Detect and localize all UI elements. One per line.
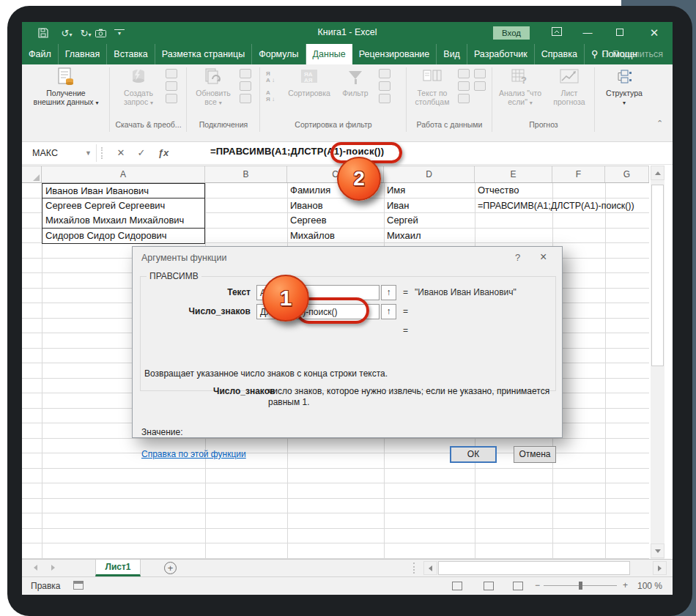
- vertical-scroll-thumb[interactable]: [651, 185, 664, 366]
- cell-C2[interactable]: Иванов: [287, 198, 384, 214]
- new-sheet-icon[interactable]: +: [164, 562, 177, 574]
- sort-desc-icon: АЯ ↓: [266, 89, 275, 103]
- cell-D1[interactable]: Имя: [384, 183, 475, 198]
- cell-A2[interactable]: Сергеев Сергей Сергеевич: [42, 198, 205, 214]
- page-layout-view-icon[interactable]: [484, 582, 494, 590]
- arg2-collapse-icon[interactable]: ↑: [381, 304, 396, 319]
- forecast-sheet-button: Лист прогноза: [548, 66, 591, 106]
- cell-D3[interactable]: Сергей: [384, 213, 475, 229]
- select-all-corner[interactable]: [22, 166, 42, 182]
- column-header-B[interactable]: B: [205, 166, 287, 182]
- scroll-up-icon[interactable]: [651, 166, 664, 180]
- column-header-A[interactable]: A: [42, 166, 205, 182]
- collapse-ribbon-icon[interactable]: ⌃: [656, 119, 663, 128]
- svg-text:АЯ: АЯ: [304, 77, 313, 84]
- scroll-right-icon[interactable]: [653, 561, 667, 575]
- flash-fill-icon: [458, 69, 470, 78]
- cell-E1[interactable]: Отчество: [475, 183, 552, 198]
- group-sort-filter: ЯА ↓ АЯ ↓ ЯААЯ Сортировка Фильтр: [260, 64, 407, 138]
- cell-A1[interactable]: Иванов Иван Иванович: [42, 183, 205, 198]
- gridline: [605, 183, 606, 559]
- tab-file[interactable]: Файл: [22, 44, 59, 64]
- sheet-nav-left-icon[interactable]: [34, 565, 37, 571]
- cell-A4[interactable]: Сидоров Сидор Сидорович: [42, 229, 205, 244]
- edit-links-icon: [240, 94, 251, 103]
- sort-asc-icon: ЯА ↓: [266, 70, 275, 84]
- macro-record-icon[interactable]: [73, 581, 84, 590]
- tab-page-layout[interactable]: Разметка страницы: [155, 44, 252, 64]
- get-external-data-button[interactable]: Получение внешних данных ▾: [29, 66, 103, 108]
- recent-sources-icon: [166, 94, 177, 103]
- ribbon-display-options-icon[interactable]: [542, 22, 571, 44]
- param-name: Число_знаков: [213, 386, 262, 396]
- tab-help[interactable]: Справка: [535, 44, 585, 64]
- arg2-label: Число_знаков: [141, 306, 251, 316]
- cancel-button[interactable]: Отмена: [514, 446, 556, 463]
- structure-button[interactable]: Структура ▾: [599, 66, 649, 108]
- column-header-D[interactable]: D: [384, 166, 475, 182]
- scroll-left-icon[interactable]: [423, 561, 437, 575]
- function-help-link[interactable]: Справка по этой функции: [141, 449, 246, 459]
- text-to-columns-icon: [421, 67, 443, 87]
- data-tools-icons-col2: [474, 69, 486, 91]
- column-header-G[interactable]: G: [605, 166, 649, 182]
- value-label: Значение:: [141, 427, 183, 437]
- vertical-scrollbar[interactable]: [651, 166, 664, 559]
- remove-duplicates-icon: [458, 81, 470, 91]
- arg1-result: "Иванов Иван Иванович": [415, 287, 517, 297]
- zoom-slider-thumb[interactable]: [579, 582, 582, 590]
- sheet-tab-active[interactable]: Лист1: [95, 560, 141, 576]
- ribbon-tab-bar: Файл Главная Вставка Разметка страницы Ф…: [22, 44, 673, 64]
- show-queries-icon: [166, 69, 177, 78]
- svg-text:?: ?: [521, 75, 527, 85]
- cell-C4[interactable]: Михайлов: [287, 229, 384, 244]
- dialog-close-icon[interactable]: ×: [540, 251, 547, 264]
- tab-formulas[interactable]: Формулы: [252, 44, 306, 64]
- scrollbar-resize-handle[interactable]: [413, 563, 415, 574]
- zoom-out-icon[interactable]: −: [535, 580, 540, 590]
- cell-D2[interactable]: Иван: [384, 198, 475, 214]
- sheet-nav-right-icon[interactable]: [51, 565, 55, 571]
- horizontal-scroll-thumb[interactable]: [438, 561, 630, 575]
- cell-D4[interactable]: Михаил: [384, 229, 475, 244]
- zoom-in-icon[interactable]: +: [623, 580, 628, 590]
- tab-developer[interactable]: Разработчик: [467, 44, 535, 64]
- normal-view-icon[interactable]: [452, 582, 462, 590]
- tab-home[interactable]: Главная: [59, 44, 108, 64]
- column-header-E[interactable]: E: [475, 166, 552, 182]
- minimize-button[interactable]: —: [573, 22, 602, 44]
- insert-function-icon[interactable]: ƒx: [154, 144, 173, 162]
- cell-E2[interactable]: =ПРАВСИМВ(A1;ДЛСТР(A1)-поиск()): [475, 198, 634, 214]
- close-button[interactable]: ✕: [640, 22, 669, 44]
- name-box-dropdown-icon[interactable]: ▼: [85, 144, 92, 162]
- cell-A3[interactable]: Михайлов Михаил Михайлович: [42, 213, 205, 229]
- ok-button[interactable]: ОК: [450, 446, 497, 463]
- group-get-external-data: Получение внешних данных ▾: [22, 64, 110, 138]
- properties-icon: [240, 81, 251, 91]
- sort-dialog-icon: ЯААЯ: [298, 67, 320, 87]
- cancel-entry-icon[interactable]: ✕: [111, 144, 130, 162]
- sign-in-button[interactable]: Вход: [493, 26, 530, 40]
- name-box[interactable]: МАКС▼: [26, 144, 97, 162]
- refresh-all-button: Обновить все ▾: [191, 66, 235, 108]
- tab-insert[interactable]: Вставка: [107, 44, 155, 64]
- dialog-help-icon[interactable]: ?: [515, 252, 520, 263]
- arg1-label: Текст: [141, 287, 251, 297]
- page-break-view-icon[interactable]: [513, 582, 523, 590]
- maximize-button[interactable]: [605, 22, 634, 44]
- tab-view[interactable]: Вид: [437, 44, 467, 64]
- column-headers: ABCDEFG: [22, 166, 649, 183]
- arg1-collapse-icon[interactable]: ↑: [381, 285, 396, 300]
- tab-review[interactable]: Рецензирование: [352, 44, 437, 64]
- tab-data[interactable]: Данные: [306, 44, 352, 64]
- zoom-level[interactable]: 100 %: [637, 581, 662, 591]
- scroll-down-icon[interactable]: [651, 543, 664, 558]
- enter-entry-icon[interactable]: ✓: [132, 144, 151, 162]
- formula-bar-divider: [101, 147, 103, 159]
- query-db-icon: [127, 67, 149, 87]
- column-header-F[interactable]: F: [552, 166, 605, 182]
- horizontal-scrollbar[interactable]: [423, 560, 667, 576]
- arg2-equals: =: [403, 306, 408, 316]
- filter-funnel-icon: [344, 67, 366, 87]
- cell-C3[interactable]: Сергеев: [287, 213, 384, 229]
